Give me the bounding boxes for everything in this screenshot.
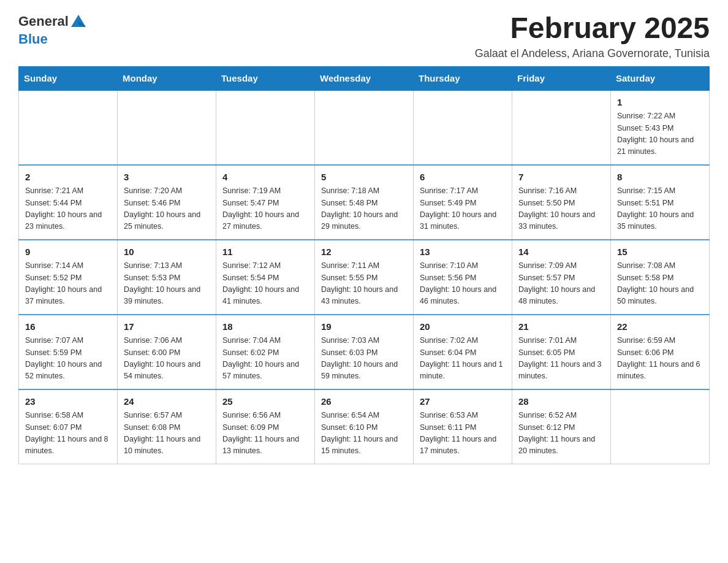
col-tuesday: Tuesday [216,66,315,90]
day-info: Sunrise: 7:02 AMSunset: 6:04 PMDaylight:… [420,335,506,383]
day-number: 14 [518,245,604,259]
logo-text: GeneralBlue [18,12,87,47]
day-info: Sunrise: 7:17 AMSunset: 5:49 PMDaylight:… [420,185,506,233]
table-row: 25Sunrise: 6:56 AMSunset: 6:09 PMDayligh… [216,389,315,464]
table-row: 3Sunrise: 7:20 AMSunset: 5:46 PMDaylight… [118,165,216,240]
col-monday: Monday [118,66,216,90]
logo-blue-text: Blue [18,31,48,47]
table-row: 12Sunrise: 7:11 AMSunset: 5:55 PMDayligh… [315,240,414,315]
calendar-week-row: 9Sunrise: 7:14 AMSunset: 5:52 PMDaylight… [19,240,710,315]
day-info: Sunrise: 6:52 AMSunset: 6:12 PMDaylight:… [518,410,604,458]
day-number: 12 [321,245,407,259]
title-area: February 2025 Galaat el Andeless, Ariana… [475,12,710,60]
day-info: Sunrise: 6:56 AMSunset: 6:09 PMDaylight:… [222,410,308,458]
col-wednesday: Wednesday [315,66,414,90]
table-row: 15Sunrise: 7:08 AMSunset: 5:58 PMDayligh… [611,240,710,315]
day-number: 15 [617,245,703,259]
day-info: Sunrise: 7:04 AMSunset: 6:02 PMDaylight:… [222,335,308,383]
day-info: Sunrise: 7:20 AMSunset: 5:46 PMDaylight:… [124,185,210,233]
table-row: 5Sunrise: 7:18 AMSunset: 5:48 PMDaylight… [315,165,414,240]
day-info: Sunrise: 7:07 AMSunset: 5:59 PMDaylight:… [25,335,111,383]
table-row: 16Sunrise: 7:07 AMSunset: 5:59 PMDayligh… [19,315,118,389]
day-number: 1 [617,96,703,110]
day-info: Sunrise: 7:22 AMSunset: 5:43 PMDaylight:… [617,110,703,158]
col-friday: Friday [512,66,611,90]
table-row: 8Sunrise: 7:15 AMSunset: 5:51 PMDaylight… [611,165,710,240]
day-info: Sunrise: 7:03 AMSunset: 6:03 PMDaylight:… [321,335,407,383]
day-number: 3 [124,170,210,185]
day-info: Sunrise: 6:53 AMSunset: 6:11 PMDaylight:… [420,410,506,458]
day-number: 25 [222,395,308,409]
day-info: Sunrise: 7:14 AMSunset: 5:52 PMDaylight:… [25,260,111,308]
calendar-table: Sunday Monday Tuesday Wednesday Thursday… [18,66,710,464]
day-number: 24 [124,395,210,409]
table-row: 6Sunrise: 7:17 AMSunset: 5:49 PMDaylight… [414,165,512,240]
main-title: February 2025 [475,12,710,45]
table-row: 23Sunrise: 6:58 AMSunset: 6:07 PMDayligh… [19,389,118,464]
table-row [611,389,710,464]
calendar-week-row: 1Sunrise: 7:22 AMSunset: 5:43 PMDaylight… [19,90,710,165]
day-number: 7 [518,170,604,185]
table-row [19,90,118,165]
day-info: Sunrise: 7:10 AMSunset: 5:56 PMDaylight:… [420,260,506,308]
day-number: 20 [420,320,506,334]
table-row: 2Sunrise: 7:21 AMSunset: 5:44 PMDaylight… [19,165,118,240]
logo: GeneralBlue [18,12,87,47]
day-number: 27 [420,395,506,409]
calendar-week-row: 2Sunrise: 7:21 AMSunset: 5:44 PMDaylight… [19,165,710,240]
day-info: Sunrise: 7:21 AMSunset: 5:44 PMDaylight:… [25,185,111,233]
calendar-week-row: 16Sunrise: 7:07 AMSunset: 5:59 PMDayligh… [19,315,710,389]
table-row: 21Sunrise: 7:01 AMSunset: 6:05 PMDayligh… [512,315,611,389]
table-row [414,90,512,165]
table-row [512,90,611,165]
day-number: 22 [617,320,703,334]
day-info: Sunrise: 7:18 AMSunset: 5:48 PMDaylight:… [321,185,407,233]
page-header: GeneralBlue February 2025 Galaat el Ande… [18,12,710,60]
day-number: 16 [25,320,111,334]
day-number: 19 [321,320,407,334]
table-row: 9Sunrise: 7:14 AMSunset: 5:52 PMDaylight… [19,240,118,315]
table-row: 4Sunrise: 7:19 AMSunset: 5:47 PMDaylight… [216,165,315,240]
day-number: 10 [124,245,210,259]
day-info: Sunrise: 6:59 AMSunset: 6:06 PMDaylight:… [617,335,703,383]
day-number: 6 [420,170,506,185]
table-row: 1Sunrise: 7:22 AMSunset: 5:43 PMDaylight… [611,90,710,165]
day-number: 13 [420,245,506,259]
col-saturday: Saturday [611,66,710,90]
day-number: 11 [222,245,308,259]
day-info: Sunrise: 7:09 AMSunset: 5:57 PMDaylight:… [518,260,604,308]
table-row [118,90,216,165]
table-row: 24Sunrise: 6:57 AMSunset: 6:08 PMDayligh… [118,389,216,464]
day-info: Sunrise: 7:12 AMSunset: 5:54 PMDaylight:… [222,260,308,308]
day-number: 28 [518,395,604,409]
table-row: 11Sunrise: 7:12 AMSunset: 5:54 PMDayligh… [216,240,315,315]
day-info: Sunrise: 6:54 AMSunset: 6:10 PMDaylight:… [321,410,407,458]
day-number: 9 [25,245,111,259]
table-row: 14Sunrise: 7:09 AMSunset: 5:57 PMDayligh… [512,240,611,315]
day-info: Sunrise: 7:16 AMSunset: 5:50 PMDaylight:… [518,185,604,233]
day-number: 26 [321,395,407,409]
table-row: 10Sunrise: 7:13 AMSunset: 5:53 PMDayligh… [118,240,216,315]
day-info: Sunrise: 7:01 AMSunset: 6:05 PMDaylight:… [518,335,604,383]
day-number: 21 [518,320,604,334]
day-info: Sunrise: 6:58 AMSunset: 6:07 PMDaylight:… [25,410,111,458]
col-thursday: Thursday [414,66,512,90]
table-row: 18Sunrise: 7:04 AMSunset: 6:02 PMDayligh… [216,315,315,389]
day-number: 2 [25,170,111,185]
day-number: 8 [617,170,703,185]
table-row: 20Sunrise: 7:02 AMSunset: 6:04 PMDayligh… [414,315,512,389]
subtitle: Galaat el Andeless, Ariana Governorate, … [475,47,710,60]
day-info: Sunrise: 7:19 AMSunset: 5:47 PMDaylight:… [222,185,308,233]
table-row [315,90,414,165]
day-number: 23 [25,395,111,409]
day-number: 5 [321,170,407,185]
table-row: 26Sunrise: 6:54 AMSunset: 6:10 PMDayligh… [315,389,414,464]
day-info: Sunrise: 7:06 AMSunset: 6:00 PMDaylight:… [124,335,210,383]
table-row: 22Sunrise: 6:59 AMSunset: 6:06 PMDayligh… [611,315,710,389]
table-row: 7Sunrise: 7:16 AMSunset: 5:50 PMDaylight… [512,165,611,240]
table-row: 17Sunrise: 7:06 AMSunset: 6:00 PMDayligh… [118,315,216,389]
day-info: Sunrise: 7:13 AMSunset: 5:53 PMDaylight:… [124,260,210,308]
table-row [216,90,315,165]
day-info: Sunrise: 7:08 AMSunset: 5:58 PMDaylight:… [617,260,703,308]
calendar-week-row: 23Sunrise: 6:58 AMSunset: 6:07 PMDayligh… [19,389,710,464]
